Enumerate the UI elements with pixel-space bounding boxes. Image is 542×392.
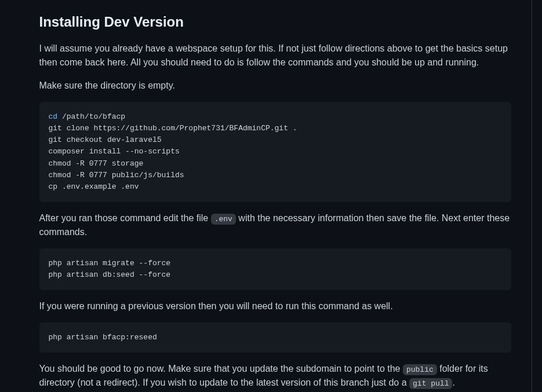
section-heading: Installing Dev Version: [39, 12, 511, 32]
code-block-reseed: php artisan bfacp:reseed: [39, 323, 511, 353]
code-keyword: cd: [49, 112, 58, 121]
document-content: Installing Dev Version I will assume you…: [10, 12, 532, 390]
text-fragment: After you ran those command edit the fil…: [39, 213, 211, 223]
inline-code-gitpull: git pull: [409, 378, 452, 389]
text-fragment: You should be good to go now. Make sure …: [39, 364, 403, 373]
env-edit-paragraph: After you ran those command edit the fil…: [39, 211, 511, 239]
code-text: php artisan bfacp:reseed: [49, 333, 157, 342]
inline-code-public: public: [403, 364, 437, 375]
directory-note: Make sure the directory is empty.: [39, 79, 511, 93]
code-text: /path/to/bfacp git clone https://github.…: [49, 112, 297, 191]
intro-paragraph: I will assume you already have a webspac…: [39, 42, 511, 69]
code-text: php artisan migrate --force php artisan …: [49, 259, 171, 279]
closing-paragraph: You should be good to go now. Make sure …: [39, 362, 511, 390]
previous-version-note: If you were running a previous version t…: [39, 299, 511, 313]
code-block-migrate: php artisan migrate --force php artisan …: [39, 248, 511, 290]
text-fragment: .: [452, 378, 454, 387]
inline-code-env: .env: [211, 214, 236, 225]
code-block-install: cd /path/to/bfacp git clone https://gith…: [39, 102, 511, 202]
document-container: Installing Dev Version I will assume you…: [10, 0, 532, 392]
